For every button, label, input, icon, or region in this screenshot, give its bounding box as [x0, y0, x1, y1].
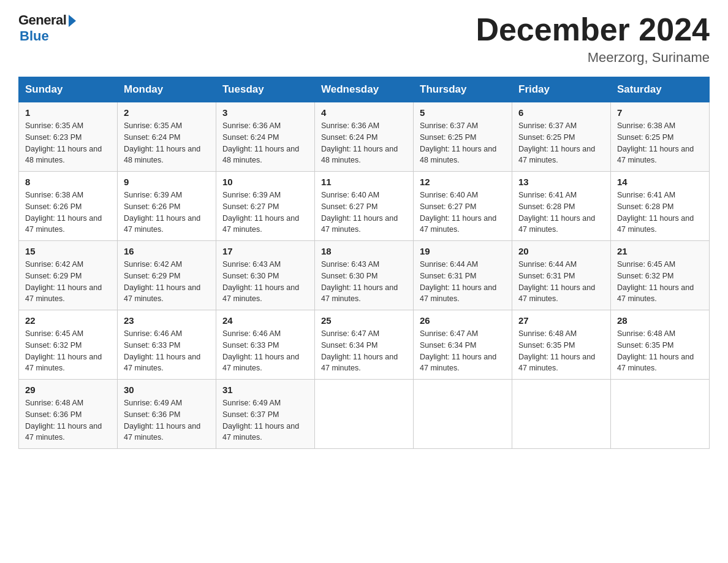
- day-number: 4: [321, 107, 407, 118]
- day-info: Sunrise: 6:42 AMSunset: 6:29 PMDaylight:…: [124, 259, 210, 305]
- day-info: Sunrise: 6:36 AMSunset: 6:24 PMDaylight:…: [321, 120, 407, 166]
- calendar-day-4: 4 Sunrise: 6:36 AMSunset: 6:24 PMDayligh…: [315, 102, 414, 172]
- calendar-day-24: 24 Sunrise: 6:46 AMSunset: 6:33 PMDaylig…: [216, 310, 315, 380]
- header-tuesday: Tuesday: [216, 77, 315, 102]
- day-info: Sunrise: 6:37 AMSunset: 6:25 PMDaylight:…: [518, 120, 604, 166]
- day-info: Sunrise: 6:48 AMSunset: 6:36 PMDaylight:…: [25, 397, 111, 443]
- day-number: 5: [420, 107, 506, 118]
- day-number: 25: [321, 315, 407, 326]
- calendar-day-22: 22 Sunrise: 6:45 AMSunset: 6:32 PMDaylig…: [19, 310, 118, 380]
- header-friday: Friday: [512, 77, 611, 102]
- calendar-day-15: 15 Sunrise: 6:42 AMSunset: 6:29 PMDaylig…: [19, 241, 118, 310]
- day-number: 29: [25, 385, 111, 395]
- calendar-day-12: 12 Sunrise: 6:40 AMSunset: 6:27 PMDaylig…: [414, 172, 512, 241]
- day-number: 14: [617, 177, 703, 187]
- day-info: Sunrise: 6:35 AMSunset: 6:23 PMDaylight:…: [25, 120, 111, 166]
- calendar-day-7: 7 Sunrise: 6:38 AMSunset: 6:25 PMDayligh…: [611, 102, 710, 172]
- calendar-day-6: 6 Sunrise: 6:37 AMSunset: 6:25 PMDayligh…: [512, 102, 611, 172]
- calendar-day-20: 20 Sunrise: 6:44 AMSunset: 6:31 PMDaylig…: [512, 241, 611, 310]
- day-number: 27: [518, 315, 604, 326]
- calendar-day-9: 9 Sunrise: 6:39 AMSunset: 6:26 PMDayligh…: [118, 172, 216, 241]
- header-sunday: Sunday: [19, 77, 118, 102]
- day-info: Sunrise: 6:48 AMSunset: 6:35 PMDaylight:…: [518, 328, 604, 374]
- day-number: 23: [124, 315, 210, 326]
- title-area: December 2024 Meerzorg, Suriname: [476, 12, 710, 66]
- day-number: 26: [420, 315, 506, 326]
- calendar-day-2: 2 Sunrise: 6:35 AMSunset: 6:24 PMDayligh…: [118, 102, 216, 172]
- day-number: 22: [25, 315, 111, 326]
- logo-arrow-icon: [69, 15, 76, 27]
- calendar-week-1: 1 Sunrise: 6:35 AMSunset: 6:23 PMDayligh…: [19, 102, 710, 172]
- day-number: 18: [321, 246, 407, 256]
- empty-cell: [414, 380, 512, 449]
- calendar-header-row: SundayMondayTuesdayWednesdayThursdayFrid…: [19, 77, 710, 102]
- logo-general-text: General: [18, 12, 66, 28]
- calendar-day-21: 21 Sunrise: 6:45 AMSunset: 6:32 PMDaylig…: [611, 241, 710, 310]
- day-info: Sunrise: 6:38 AMSunset: 6:26 PMDaylight:…: [25, 190, 111, 236]
- calendar-day-29: 29 Sunrise: 6:48 AMSunset: 6:36 PMDaylig…: [19, 380, 118, 449]
- calendar-day-3: 3 Sunrise: 6:36 AMSunset: 6:24 PMDayligh…: [216, 102, 315, 172]
- day-number: 2: [124, 107, 210, 118]
- calendar-week-2: 8 Sunrise: 6:38 AMSunset: 6:26 PMDayligh…: [19, 172, 710, 241]
- day-info: Sunrise: 6:47 AMSunset: 6:34 PMDaylight:…: [321, 328, 407, 374]
- day-number: 3: [222, 107, 308, 118]
- day-number: 7: [617, 107, 703, 118]
- location: Meerzorg, Suriname: [476, 50, 710, 66]
- day-number: 17: [222, 246, 308, 256]
- logo: General Blue: [18, 12, 76, 44]
- day-info: Sunrise: 6:41 AMSunset: 6:28 PMDaylight:…: [518, 190, 604, 236]
- day-info: Sunrise: 6:40 AMSunset: 6:27 PMDaylight:…: [321, 190, 407, 236]
- calendar-day-1: 1 Sunrise: 6:35 AMSunset: 6:23 PMDayligh…: [19, 102, 118, 172]
- calendar-day-5: 5 Sunrise: 6:37 AMSunset: 6:25 PMDayligh…: [414, 102, 512, 172]
- calendar-day-14: 14 Sunrise: 6:41 AMSunset: 6:28 PMDaylig…: [611, 172, 710, 241]
- calendar-day-25: 25 Sunrise: 6:47 AMSunset: 6:34 PMDaylig…: [315, 310, 414, 380]
- header-wednesday: Wednesday: [315, 77, 414, 102]
- calendar-day-18: 18 Sunrise: 6:43 AMSunset: 6:30 PMDaylig…: [315, 241, 414, 310]
- day-number: 31: [222, 385, 308, 395]
- day-info: Sunrise: 6:37 AMSunset: 6:25 PMDaylight:…: [420, 120, 506, 166]
- calendar-week-3: 15 Sunrise: 6:42 AMSunset: 6:29 PMDaylig…: [19, 241, 710, 310]
- day-info: Sunrise: 6:46 AMSunset: 6:33 PMDaylight:…: [124, 328, 210, 374]
- day-number: 15: [25, 246, 111, 256]
- day-number: 10: [222, 177, 308, 187]
- day-info: Sunrise: 6:35 AMSunset: 6:24 PMDaylight:…: [124, 120, 210, 166]
- day-number: 13: [518, 177, 604, 187]
- day-number: 19: [420, 246, 506, 256]
- calendar-day-11: 11 Sunrise: 6:40 AMSunset: 6:27 PMDaylig…: [315, 172, 414, 241]
- day-info: Sunrise: 6:38 AMSunset: 6:25 PMDaylight:…: [617, 120, 703, 166]
- page-header: General Blue December 2024 Meerzorg, Sur…: [18, 12, 710, 66]
- day-number: 28: [617, 315, 703, 326]
- day-info: Sunrise: 6:41 AMSunset: 6:28 PMDaylight:…: [617, 190, 703, 236]
- day-info: Sunrise: 6:39 AMSunset: 6:27 PMDaylight:…: [222, 190, 308, 236]
- calendar-day-10: 10 Sunrise: 6:39 AMSunset: 6:27 PMDaylig…: [216, 172, 315, 241]
- day-info: Sunrise: 6:44 AMSunset: 6:31 PMDaylight:…: [420, 259, 506, 305]
- calendar-day-26: 26 Sunrise: 6:47 AMSunset: 6:34 PMDaylig…: [414, 310, 512, 380]
- day-number: 12: [420, 177, 506, 187]
- empty-cell: [611, 380, 710, 449]
- calendar-day-23: 23 Sunrise: 6:46 AMSunset: 6:33 PMDaylig…: [118, 310, 216, 380]
- day-info: Sunrise: 6:45 AMSunset: 6:32 PMDaylight:…: [25, 328, 111, 374]
- day-number: 8: [25, 177, 111, 187]
- calendar-day-8: 8 Sunrise: 6:38 AMSunset: 6:26 PMDayligh…: [19, 172, 118, 241]
- calendar-day-19: 19 Sunrise: 6:44 AMSunset: 6:31 PMDaylig…: [414, 241, 512, 310]
- day-number: 24: [222, 315, 308, 326]
- empty-cell: [512, 380, 611, 449]
- day-info: Sunrise: 6:43 AMSunset: 6:30 PMDaylight:…: [321, 259, 407, 305]
- calendar-day-27: 27 Sunrise: 6:48 AMSunset: 6:35 PMDaylig…: [512, 310, 611, 380]
- calendar-day-13: 13 Sunrise: 6:41 AMSunset: 6:28 PMDaylig…: [512, 172, 611, 241]
- empty-cell: [315, 380, 414, 449]
- calendar-week-5: 29 Sunrise: 6:48 AMSunset: 6:36 PMDaylig…: [19, 380, 710, 449]
- calendar-week-4: 22 Sunrise: 6:45 AMSunset: 6:32 PMDaylig…: [19, 310, 710, 380]
- day-number: 1: [25, 107, 111, 118]
- calendar-day-17: 17 Sunrise: 6:43 AMSunset: 6:30 PMDaylig…: [216, 241, 315, 310]
- day-number: 21: [617, 246, 703, 256]
- day-number: 16: [124, 246, 210, 256]
- logo-blue-text: Blue: [20, 28, 49, 44]
- header-thursday: Thursday: [414, 77, 512, 102]
- day-info: Sunrise: 6:39 AMSunset: 6:26 PMDaylight:…: [124, 190, 210, 236]
- header-saturday: Saturday: [611, 77, 710, 102]
- day-info: Sunrise: 6:44 AMSunset: 6:31 PMDaylight:…: [518, 259, 604, 305]
- day-number: 11: [321, 177, 407, 187]
- day-info: Sunrise: 6:48 AMSunset: 6:35 PMDaylight:…: [617, 328, 703, 374]
- month-title: December 2024: [476, 12, 710, 47]
